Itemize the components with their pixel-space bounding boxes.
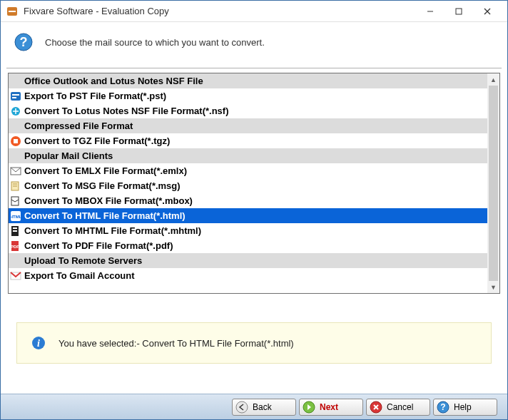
item-label: Convert To HTML File Format(*.html) bbox=[24, 210, 186, 221]
prompt-text: Choose the mail source to which you want… bbox=[45, 37, 265, 48]
help-icon: ? bbox=[437, 401, 449, 414]
spacer-icon bbox=[10, 121, 21, 132]
list-item[interactable]: PDFConvert To PDF File Format(*.pdf) bbox=[9, 238, 487, 253]
list-item[interactable]: Convert to TGZ File Format(*.tgz) bbox=[9, 133, 487, 148]
header-label: Compressed File Format bbox=[24, 121, 133, 131]
back-icon bbox=[235, 401, 248, 414]
minimize-button[interactable] bbox=[416, 1, 444, 22]
svg-rect-13 bbox=[14, 139, 18, 143]
help-label: Help bbox=[454, 402, 472, 412]
maximize-button[interactable] bbox=[444, 1, 473, 22]
cancel-button[interactable]: Cancel bbox=[366, 399, 430, 416]
status-panel: i You have selected:- Convert To HTML Fi… bbox=[16, 322, 492, 364]
tgz-icon bbox=[10, 135, 21, 147]
svg-text:?: ? bbox=[20, 35, 28, 49]
svg-rect-3 bbox=[456, 9, 462, 14]
back-label: Back bbox=[253, 402, 272, 412]
status-text: You have selected:- Convert To HTML File… bbox=[59, 338, 294, 349]
list-item[interactable]: HTMLConvert To HTML File Format(*.html) bbox=[9, 208, 487, 223]
svg-rect-18 bbox=[11, 197, 19, 205]
scroll-thumb[interactable] bbox=[489, 86, 498, 281]
next-icon bbox=[303, 401, 315, 414]
header-label: Upload To Remote Servers bbox=[24, 255, 142, 266]
spacer-icon bbox=[10, 255, 21, 267]
divider bbox=[6, 68, 502, 68]
item-label: Convert To PDF File Format(*.pdf) bbox=[24, 240, 173, 251]
header-label: Office Outlook and Lotus Notes NSF File bbox=[24, 76, 203, 86]
gmail-icon bbox=[10, 270, 21, 282]
item-label: Export To Gmail Account bbox=[24, 270, 135, 281]
pdf-icon: PDF bbox=[10, 240, 21, 252]
svg-rect-10 bbox=[12, 97, 16, 98]
list-header: Popular Mail Clients bbox=[9, 148, 487, 163]
back-button[interactable]: Back bbox=[232, 399, 296, 416]
list-header: Upload To Remote Servers bbox=[9, 253, 487, 268]
item-label: Convert To MSG File Format(*.msg) bbox=[24, 180, 181, 191]
item-label: Convert To Lotus Notes NSF File Format(*… bbox=[24, 106, 229, 116]
help-button[interactable]: ? Help bbox=[433, 399, 497, 416]
html-icon: HTML bbox=[10, 210, 21, 222]
list-header: Compressed File Format bbox=[9, 118, 487, 133]
pst-icon bbox=[10, 91, 21, 102]
next-label: Next bbox=[320, 402, 338, 412]
prompt-area: ? Choose the mail source to which you wa… bbox=[1, 22, 507, 68]
question-icon: ? bbox=[14, 32, 34, 52]
list-item[interactable]: Convert To EMLX File Format(*.emlx) bbox=[9, 163, 487, 178]
scroll-down-button[interactable]: ▼ bbox=[487, 281, 499, 293]
svg-rect-22 bbox=[13, 227, 17, 229]
list-item[interactable]: Convert To MBOX File Format(*.mbox) bbox=[9, 193, 487, 208]
footer-bar: Back Next Cancel ? Help bbox=[1, 394, 507, 419]
cancel-icon bbox=[370, 401, 382, 414]
close-button[interactable] bbox=[473, 1, 502, 22]
msg-icon bbox=[10, 180, 21, 192]
item-label: Convert to TGZ File Format(*.tgz) bbox=[24, 135, 170, 146]
svg-point-29 bbox=[236, 401, 248, 413]
spacer-icon bbox=[10, 150, 21, 162]
svg-rect-1 bbox=[9, 11, 16, 12]
list-item[interactable]: Export To Gmail Account bbox=[9, 268, 487, 283]
next-button[interactable]: Next bbox=[299, 399, 363, 416]
app-icon bbox=[6, 6, 18, 17]
item-label: Convert To EMLX File Format(*.emlx) bbox=[24, 165, 187, 176]
emlx-icon bbox=[10, 165, 21, 177]
titlebar: Fixvare Software - Evaluation Copy bbox=[1, 1, 507, 22]
scroll-track[interactable] bbox=[487, 86, 499, 281]
svg-text:PDF: PDF bbox=[11, 245, 19, 249]
svg-rect-23 bbox=[13, 230, 17, 232]
scrollbar[interactable]: ▲ ▼ bbox=[487, 73, 499, 293]
list-item[interactable]: Convert To MHTML File Format(*.mhtml) bbox=[9, 223, 487, 238]
svg-text:HTML: HTML bbox=[10, 215, 21, 219]
mhtml-icon bbox=[10, 225, 21, 237]
item-label: Convert To MHTML File Format(*.mhtml) bbox=[24, 225, 201, 236]
scroll-up-button[interactable]: ▲ bbox=[487, 73, 499, 86]
format-list: Office Outlook and Lotus Notes NSF FileE… bbox=[8, 73, 500, 294]
header-label: Popular Mail Clients bbox=[24, 150, 113, 161]
info-icon: i bbox=[31, 336, 46, 350]
list-item[interactable]: Convert To Lotus Notes NSF File Format(*… bbox=[9, 103, 487, 118]
list-header: Office Outlook and Lotus Notes NSF File bbox=[9, 73, 487, 88]
item-label: Export To PST File Format(*.pst) bbox=[24, 91, 166, 101]
cancel-label: Cancel bbox=[387, 402, 413, 412]
item-label: Convert To MBOX File Format(*.mbox) bbox=[24, 195, 193, 206]
list-item[interactable]: Export To PST File Format(*.pst) bbox=[9, 88, 487, 103]
svg-rect-8 bbox=[11, 92, 21, 101]
list-item[interactable]: Convert To MSG File Format(*.msg) bbox=[9, 178, 487, 193]
svg-text:i: i bbox=[37, 338, 40, 349]
svg-text:?: ? bbox=[440, 402, 445, 412]
window-title: Fixvare Software - Evaluation Copy bbox=[24, 6, 416, 16]
nsf-icon bbox=[10, 106, 21, 117]
mbox-icon bbox=[10, 195, 21, 207]
spacer-icon bbox=[10, 76, 21, 87]
svg-rect-9 bbox=[12, 94, 19, 96]
